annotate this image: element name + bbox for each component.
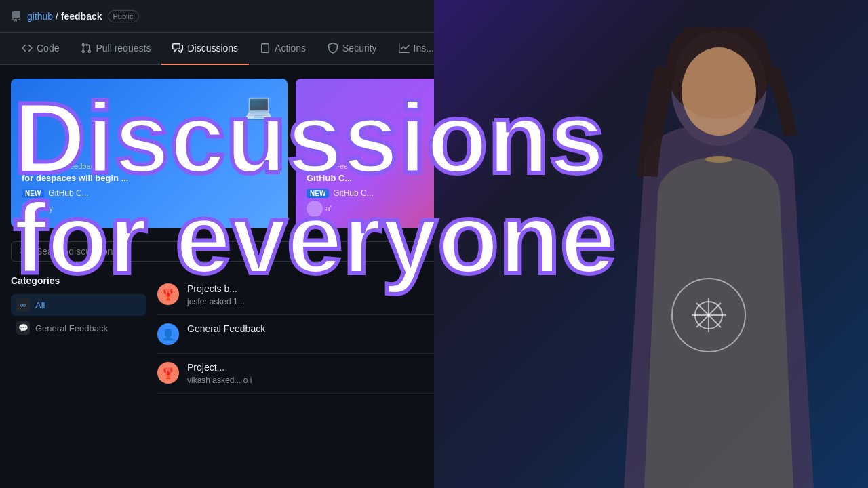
repo-icon (11, 11, 22, 22)
visibility-badge: Public (108, 10, 139, 22)
category-general-label: General Feedback (35, 323, 108, 333)
tab-pull-requests-label: Pull requests (96, 43, 151, 54)
tab-actions[interactable]: Actions (249, 33, 317, 65)
card-general-avatar (307, 201, 323, 217)
laptop-icon: 💻 (243, 92, 274, 121)
person-background (434, 0, 868, 488)
tab-security[interactable]: Security (317, 33, 388, 65)
actions-icon (260, 43, 271, 54)
circle-inner-icon (688, 295, 729, 336)
path-separator: / (56, 11, 58, 22)
categories-sidebar: Categories ∞ All 💬 General Feedback (11, 275, 146, 394)
repo-path: github / feedback (27, 11, 102, 22)
discussion-avatar-1: 🦞 (157, 283, 179, 305)
card-general-post-text: GitHub C... (333, 188, 373, 198)
new-badge-2: NEW (307, 189, 329, 198)
tab-discussions-label: Discussions (187, 43, 238, 54)
tab-code[interactable]: Code (11, 33, 70, 65)
card-codespaces-post-text: GitHub C... (48, 188, 88, 198)
category-general[interactable]: 💬 General Feedback (11, 317, 146, 339)
card-codespaces-post: NEW GitHub C... (22, 188, 277, 198)
tab-pull-requests[interactable]: Pull requests (70, 33, 161, 65)
graph-icon (399, 43, 410, 54)
card-codespaces[interactable]: 💻 Codespaces Feedback for despaces will … (11, 79, 288, 228)
tab-actions-label: Actions (275, 43, 306, 54)
tab-code-label: Code (37, 43, 59, 54)
owner-link[interactable]: github (27, 11, 53, 22)
circle-decoration (671, 278, 746, 352)
general-icon: 💬 (16, 321, 30, 335)
card-codespaces-label: Codespaces Feedback (22, 162, 277, 170)
card-codespaces-avatar (22, 201, 38, 217)
svg-point-2 (682, 47, 756, 136)
card-codespaces-author: iley (22, 201, 277, 217)
tab-security-label: Security (342, 43, 377, 54)
discussion-avatar-2: 👤 (157, 323, 179, 345)
category-all[interactable]: ∞ All (11, 294, 146, 316)
category-all-label: All (35, 300, 45, 310)
shield-icon (328, 43, 338, 54)
pull-request-icon (81, 43, 92, 54)
search-icon (20, 246, 31, 257)
code-icon (22, 43, 33, 54)
tab-discussions[interactable]: Discussions (161, 33, 249, 65)
tab-insights-label: Ins... (414, 43, 434, 54)
all-icon: ∞ (16, 298, 30, 312)
new-badge-1: NEW (22, 189, 44, 198)
categories-title: Categories (11, 275, 146, 286)
repo-name: feedback (61, 11, 102, 22)
discussions-icon (172, 43, 183, 54)
svg-point-3 (705, 156, 732, 163)
card-codespaces-title: for despaces will begin ... (22, 173, 277, 183)
discussion-avatar-3: 🦞 (157, 362, 179, 384)
person-silhouette (590, 27, 848, 488)
person-overlay (434, 0, 868, 488)
